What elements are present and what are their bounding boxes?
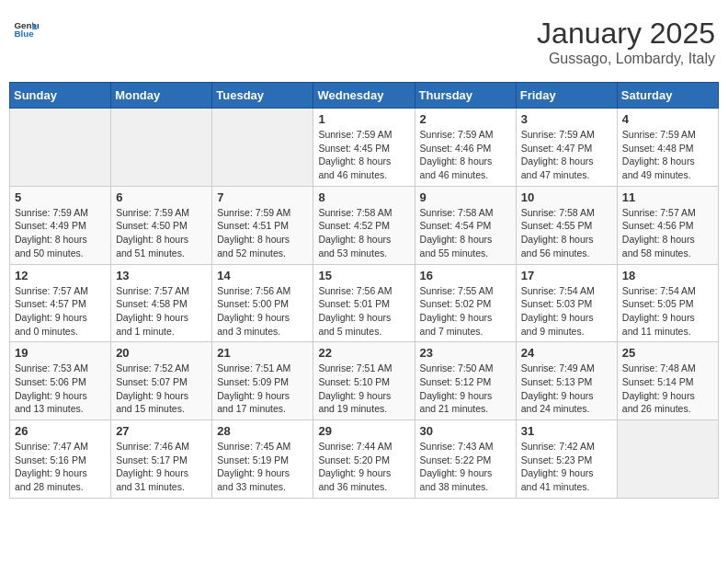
calendar-day-19: 19Sunrise: 7:53 AM Sunset: 5:06 PM Dayli… [10, 342, 111, 420]
month-title: January 2025 [537, 17, 715, 51]
day-number: 6 [116, 190, 207, 204]
day-number: 30 [420, 424, 511, 438]
calendar-day-15: 15Sunrise: 7:56 AM Sunset: 5:01 PM Dayli… [313, 264, 415, 342]
calendar-day-9: 9Sunrise: 7:58 AM Sunset: 4:54 PM Daylig… [415, 186, 516, 264]
day-number: 5 [15, 190, 106, 204]
weekday-header-friday: Friday [516, 83, 617, 109]
calendar-day-empty [10, 109, 111, 187]
day-number: 25 [622, 346, 713, 360]
calendar-day-10: 10Sunrise: 7:58 AM Sunset: 4:55 PM Dayli… [516, 186, 617, 264]
day-number: 12 [15, 269, 106, 282]
day-number: 18 [622, 269, 713, 282]
day-number: 23 [420, 346, 511, 360]
day-info: Sunrise: 7:59 AM Sunset: 4:47 PM Dayligh… [521, 128, 612, 182]
calendar-day-21: 21Sunrise: 7:51 AM Sunset: 5:09 PM Dayli… [212, 342, 313, 420]
calendar-day-23: 23Sunrise: 7:50 AM Sunset: 5:12 PM Dayli… [415, 342, 516, 420]
calendar-day-4: 4Sunrise: 7:59 AM Sunset: 4:48 PM Daylig… [617, 109, 718, 187]
day-number: 19 [15, 346, 106, 360]
calendar-day-11: 11Sunrise: 7:57 AM Sunset: 4:56 PM Dayli… [617, 186, 718, 264]
calendar-day-13: 13Sunrise: 7:57 AM Sunset: 4:58 PM Dayli… [111, 264, 212, 342]
logo-icon: General Blue [13, 17, 39, 42]
calendar-week-row: 5Sunrise: 7:59 AM Sunset: 4:49 PM Daylig… [10, 186, 719, 264]
calendar-day-3: 3Sunrise: 7:59 AM Sunset: 4:47 PM Daylig… [516, 109, 617, 187]
calendar-day-14: 14Sunrise: 7:56 AM Sunset: 5:00 PM Dayli… [212, 264, 313, 342]
day-info: Sunrise: 7:57 AM Sunset: 4:58 PM Dayligh… [116, 284, 207, 339]
day-number: 9 [420, 190, 511, 204]
day-number: 27 [116, 424, 207, 438]
logo: General Blue [13, 17, 39, 42]
day-info: Sunrise: 7:48 AM Sunset: 5:14 PM Dayligh… [622, 362, 713, 416]
weekday-header-saturday: Saturday [617, 83, 718, 109]
calendar-day-12: 12Sunrise: 7:57 AM Sunset: 4:57 PM Dayli… [10, 264, 111, 342]
calendar-day-30: 30Sunrise: 7:43 AM Sunset: 5:22 PM Dayli… [415, 420, 516, 499]
calendar-day-empty [212, 109, 313, 187]
calendar-day-27: 27Sunrise: 7:46 AM Sunset: 5:17 PM Dayli… [111, 420, 212, 499]
calendar-day-5: 5Sunrise: 7:59 AM Sunset: 4:49 PM Daylig… [10, 186, 111, 264]
day-info: Sunrise: 7:59 AM Sunset: 4:48 PM Dayligh… [622, 128, 713, 182]
day-info: Sunrise: 7:59 AM Sunset: 4:45 PM Dayligh… [318, 128, 409, 182]
page-header: General Blue January 2025 Gussago, Lomba… [9, 9, 719, 75]
calendar-day-22: 22Sunrise: 7:51 AM Sunset: 5:10 PM Dayli… [313, 342, 415, 420]
day-number: 10 [521, 190, 612, 204]
day-number: 15 [318, 269, 409, 282]
calendar-week-row: 26Sunrise: 7:47 AM Sunset: 5:16 PM Dayli… [10, 420, 719, 499]
day-info: Sunrise: 7:51 AM Sunset: 5:09 PM Dayligh… [217, 362, 308, 416]
title-area: January 2025 Gussago, Lombardy, Italy [537, 17, 715, 67]
day-number: 29 [318, 424, 409, 438]
day-info: Sunrise: 7:43 AM Sunset: 5:22 PM Dayligh… [420, 440, 511, 494]
calendar-week-row: 12Sunrise: 7:57 AM Sunset: 4:57 PM Dayli… [10, 264, 719, 342]
day-info: Sunrise: 7:56 AM Sunset: 5:00 PM Dayligh… [217, 284, 308, 339]
day-info: Sunrise: 7:52 AM Sunset: 5:07 PM Dayligh… [116, 362, 207, 416]
calendar-day-6: 6Sunrise: 7:59 AM Sunset: 4:50 PM Daylig… [111, 186, 212, 264]
day-number: 2 [420, 112, 511, 126]
day-number: 31 [521, 424, 612, 438]
calendar-day-20: 20Sunrise: 7:52 AM Sunset: 5:07 PM Dayli… [111, 342, 212, 420]
calendar-day-17: 17Sunrise: 7:54 AM Sunset: 5:03 PM Dayli… [516, 264, 617, 342]
day-number: 14 [217, 269, 308, 282]
day-info: Sunrise: 7:59 AM Sunset: 4:46 PM Dayligh… [420, 128, 511, 182]
calendar-day-16: 16Sunrise: 7:55 AM Sunset: 5:02 PM Dayli… [415, 264, 516, 342]
calendar-table: SundayMondayTuesdayWednesdayThursdayFrid… [9, 82, 719, 499]
day-number: 8 [318, 190, 409, 204]
calendar-week-row: 19Sunrise: 7:53 AM Sunset: 5:06 PM Dayli… [10, 342, 719, 420]
calendar-week-row: 1Sunrise: 7:59 AM Sunset: 4:45 PM Daylig… [10, 109, 719, 187]
day-number: 17 [521, 269, 612, 282]
day-info: Sunrise: 7:45 AM Sunset: 5:19 PM Dayligh… [217, 440, 308, 494]
svg-text:Blue: Blue [14, 29, 34, 39]
day-number: 20 [116, 346, 207, 360]
day-info: Sunrise: 7:57 AM Sunset: 4:56 PM Dayligh… [622, 206, 713, 260]
calendar-day-2: 2Sunrise: 7:59 AM Sunset: 4:46 PM Daylig… [415, 109, 516, 187]
weekday-header-tuesday: Tuesday [212, 83, 313, 109]
day-info: Sunrise: 7:54 AM Sunset: 5:05 PM Dayligh… [622, 284, 713, 339]
weekday-header-sunday: Sunday [10, 83, 111, 109]
calendar-day-8: 8Sunrise: 7:58 AM Sunset: 4:52 PM Daylig… [313, 186, 415, 264]
day-info: Sunrise: 7:49 AM Sunset: 5:13 PM Dayligh… [521, 362, 612, 416]
day-number: 26 [15, 424, 106, 438]
weekday-header-monday: Monday [111, 83, 212, 109]
day-info: Sunrise: 7:59 AM Sunset: 4:49 PM Dayligh… [15, 206, 106, 260]
day-number: 16 [420, 269, 511, 282]
day-info: Sunrise: 7:54 AM Sunset: 5:03 PM Dayligh… [521, 284, 612, 339]
day-info: Sunrise: 7:50 AM Sunset: 5:12 PM Dayligh… [420, 362, 511, 416]
day-info: Sunrise: 7:44 AM Sunset: 5:20 PM Dayligh… [318, 440, 409, 494]
calendar-day-28: 28Sunrise: 7:45 AM Sunset: 5:19 PM Dayli… [212, 420, 313, 499]
day-info: Sunrise: 7:42 AM Sunset: 5:23 PM Dayligh… [521, 440, 612, 494]
calendar-day-24: 24Sunrise: 7:49 AM Sunset: 5:13 PM Dayli… [516, 342, 617, 420]
weekday-header-row: SundayMondayTuesdayWednesdayThursdayFrid… [10, 83, 719, 109]
day-info: Sunrise: 7:59 AM Sunset: 4:51 PM Dayligh… [217, 206, 308, 260]
calendar-day-25: 25Sunrise: 7:48 AM Sunset: 5:14 PM Dayli… [617, 342, 718, 420]
weekday-header-thursday: Thursday [415, 83, 516, 109]
day-number: 28 [217, 424, 308, 438]
day-info: Sunrise: 7:46 AM Sunset: 5:17 PM Dayligh… [116, 440, 207, 494]
day-number: 1 [318, 112, 409, 126]
location-subtitle: Gussago, Lombardy, Italy [537, 51, 715, 67]
day-number: 13 [116, 269, 207, 282]
day-info: Sunrise: 7:58 AM Sunset: 4:52 PM Dayligh… [318, 206, 409, 260]
day-number: 3 [521, 112, 612, 126]
day-info: Sunrise: 7:47 AM Sunset: 5:16 PM Dayligh… [15, 440, 106, 494]
day-number: 21 [217, 346, 308, 360]
calendar-day-7: 7Sunrise: 7:59 AM Sunset: 4:51 PM Daylig… [212, 186, 313, 264]
calendar-day-empty [617, 420, 718, 499]
day-info: Sunrise: 7:51 AM Sunset: 5:10 PM Dayligh… [318, 362, 409, 416]
calendar-day-26: 26Sunrise: 7:47 AM Sunset: 5:16 PM Dayli… [10, 420, 111, 499]
